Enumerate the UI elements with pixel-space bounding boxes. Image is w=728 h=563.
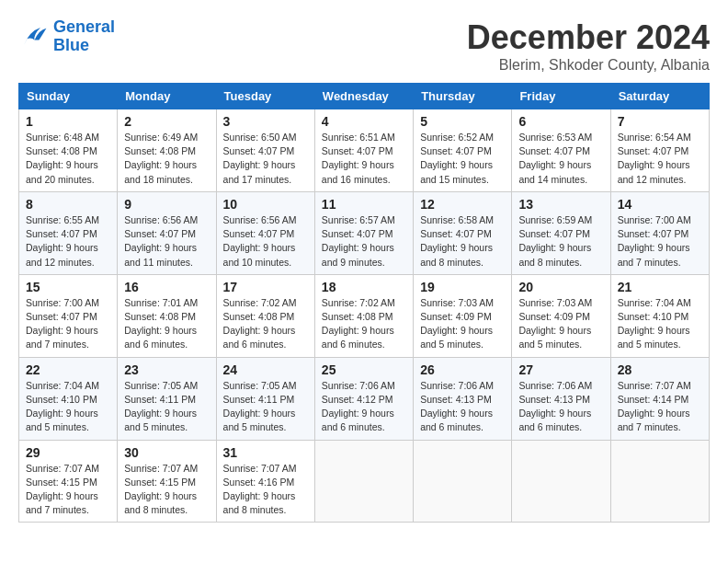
day-info: Sunrise: 7:04 AM Sunset: 4:10 PM Dayligh… — [618, 296, 702, 352]
calendar-cell: 4Sunrise: 6:51 AM Sunset: 4:07 PM Daylig… — [314, 109, 413, 192]
weekday-header-friday: Friday — [512, 84, 610, 109]
calendar-cell: 17Sunrise: 7:02 AM Sunset: 4:08 PM Dayli… — [216, 274, 314, 357]
day-info: Sunrise: 6:55 AM Sunset: 4:07 PM Dayligh… — [26, 213, 110, 270]
day-number: 2 — [124, 114, 209, 129]
day-info: Sunrise: 6:48 AM Sunset: 4:08 PM Dayligh… — [26, 131, 110, 187]
calendar-cell: 30Sunrise: 7:07 AM Sunset: 4:15 PM Dayli… — [118, 440, 216, 523]
calendar-cell: 29Sunrise: 7:07 AM Sunset: 4:15 PM Dayli… — [19, 440, 118, 523]
day-number: 9 — [124, 197, 209, 212]
day-number: 6 — [518, 114, 603, 129]
logo-line2: Blue — [53, 36, 89, 54]
calendar-cell: 31Sunrise: 7:07 AM Sunset: 4:16 PM Dayli… — [216, 440, 314, 523]
weekday-header-thursday: Thursday — [414, 84, 512, 109]
weekday-header-saturday: Saturday — [610, 84, 709, 109]
day-info: Sunrise: 7:02 AM Sunset: 4:08 PM Dayligh… — [223, 296, 308, 352]
calendar-cell: 6Sunrise: 6:53 AM Sunset: 4:07 PM Daylig… — [512, 109, 610, 192]
calendar-cell: 27Sunrise: 7:06 AM Sunset: 4:13 PM Dayli… — [512, 357, 610, 440]
day-info: Sunrise: 7:06 AM Sunset: 4:13 PM Dayligh… — [518, 379, 603, 435]
calendar-cell: 22Sunrise: 7:04 AM Sunset: 4:10 PM Dayli… — [19, 357, 118, 440]
calendar-cell: 7Sunrise: 6:54 AM Sunset: 4:07 PM Daylig… — [610, 109, 709, 192]
day-info: Sunrise: 7:02 AM Sunset: 4:08 PM Dayligh… — [322, 296, 406, 352]
day-info: Sunrise: 6:56 AM Sunset: 4:07 PM Dayligh… — [223, 213, 308, 270]
day-number: 15 — [26, 280, 110, 294]
calendar-cell: 10Sunrise: 6:56 AM Sunset: 4:07 PM Dayli… — [216, 191, 314, 274]
day-info: Sunrise: 7:05 AM Sunset: 4:11 PM Dayligh… — [124, 379, 209, 435]
calendar-cell: 12Sunrise: 6:58 AM Sunset: 4:07 PM Dayli… — [414, 191, 512, 274]
day-number: 19 — [420, 280, 505, 294]
calendar-cell: 20Sunrise: 7:03 AM Sunset: 4:09 PM Dayli… — [512, 274, 610, 357]
day-number: 1 — [26, 114, 110, 129]
day-info: Sunrise: 6:54 AM Sunset: 4:07 PM Dayligh… — [618, 131, 702, 187]
day-info: Sunrise: 7:00 AM Sunset: 4:07 PM Dayligh… — [618, 213, 702, 270]
day-info: Sunrise: 6:53 AM Sunset: 4:07 PM Dayligh… — [518, 131, 603, 187]
calendar-cell: 28Sunrise: 7:07 AM Sunset: 4:14 PM Dayli… — [610, 357, 709, 440]
day-number: 29 — [26, 445, 110, 460]
day-number: 13 — [518, 197, 603, 212]
calendar-cell: 19Sunrise: 7:03 AM Sunset: 4:09 PM Dayli… — [414, 274, 512, 357]
day-info: Sunrise: 7:06 AM Sunset: 4:13 PM Dayligh… — [420, 379, 505, 435]
calendar-cell: 2Sunrise: 6:49 AM Sunset: 4:08 PM Daylig… — [118, 109, 216, 192]
calendar-cell: 3Sunrise: 6:50 AM Sunset: 4:07 PM Daylig… — [216, 109, 314, 192]
calendar-week-row: 22Sunrise: 7:04 AM Sunset: 4:10 PM Dayli… — [19, 357, 710, 440]
day-info: Sunrise: 7:06 AM Sunset: 4:12 PM Dayligh… — [322, 379, 406, 435]
day-info: Sunrise: 7:03 AM Sunset: 4:09 PM Dayligh… — [420, 296, 505, 352]
calendar-cell: 26Sunrise: 7:06 AM Sunset: 4:13 PM Dayli… — [414, 357, 512, 440]
day-info: Sunrise: 7:01 AM Sunset: 4:08 PM Dayligh… — [124, 296, 209, 352]
day-info: Sunrise: 6:50 AM Sunset: 4:07 PM Dayligh… — [223, 131, 308, 187]
day-number: 3 — [223, 114, 308, 129]
title-block: December 2024 Blerim, Shkoder County, Al… — [467, 18, 710, 74]
weekday-header-wednesday: Wednesday — [314, 84, 413, 109]
calendar-cell — [610, 440, 709, 523]
calendar-cell: 1Sunrise: 6:48 AM Sunset: 4:08 PM Daylig… — [19, 109, 118, 192]
location-subtitle: Blerim, Shkoder County, Albania — [467, 57, 710, 74]
day-info: Sunrise: 7:07 AM Sunset: 4:15 PM Dayligh… — [124, 462, 209, 518]
logo-icon — [18, 24, 48, 50]
calendar-cell: 23Sunrise: 7:05 AM Sunset: 4:11 PM Dayli… — [118, 357, 216, 440]
calendar-cell: 24Sunrise: 7:05 AM Sunset: 4:11 PM Dayli… — [216, 357, 314, 440]
day-number: 11 — [322, 197, 406, 212]
calendar-cell: 16Sunrise: 7:01 AM Sunset: 4:08 PM Dayli… — [118, 274, 216, 357]
day-number: 23 — [124, 362, 209, 377]
day-info: Sunrise: 7:07 AM Sunset: 4:15 PM Dayligh… — [26, 462, 110, 518]
day-number: 27 — [518, 362, 603, 377]
calendar-cell: 25Sunrise: 7:06 AM Sunset: 4:12 PM Dayli… — [314, 357, 413, 440]
logo: General Blue — [18, 18, 115, 55]
calendar-week-row: 15Sunrise: 7:00 AM Sunset: 4:07 PM Dayli… — [19, 274, 710, 357]
calendar-cell: 8Sunrise: 6:55 AM Sunset: 4:07 PM Daylig… — [19, 191, 118, 274]
calendar-cell — [512, 440, 610, 523]
day-number: 28 — [618, 362, 702, 377]
calendar-cell: 15Sunrise: 7:00 AM Sunset: 4:07 PM Dayli… — [19, 274, 118, 357]
day-number: 8 — [26, 197, 110, 212]
day-number: 18 — [322, 280, 406, 294]
calendar-cell — [414, 440, 512, 523]
day-info: Sunrise: 6:58 AM Sunset: 4:07 PM Dayligh… — [420, 213, 505, 270]
day-info: Sunrise: 7:03 AM Sunset: 4:09 PM Dayligh… — [518, 296, 603, 352]
day-info: Sunrise: 7:05 AM Sunset: 4:11 PM Dayligh… — [223, 379, 308, 435]
day-info: Sunrise: 7:00 AM Sunset: 4:07 PM Dayligh… — [26, 296, 110, 352]
day-number: 30 — [124, 445, 209, 460]
day-info: Sunrise: 6:51 AM Sunset: 4:07 PM Dayligh… — [322, 131, 406, 187]
month-title: December 2024 — [467, 18, 710, 57]
calendar-week-row: 8Sunrise: 6:55 AM Sunset: 4:07 PM Daylig… — [19, 191, 710, 274]
calendar-cell: 11Sunrise: 6:57 AM Sunset: 4:07 PM Dayli… — [314, 191, 413, 274]
day-number: 31 — [223, 445, 308, 460]
day-number: 17 — [223, 280, 308, 294]
day-info: Sunrise: 6:59 AM Sunset: 4:07 PM Dayligh… — [518, 213, 603, 270]
logo-text: General Blue — [53, 18, 115, 55]
weekday-header-row: SundayMondayTuesdayWednesdayThursdayFrid… — [19, 84, 710, 109]
day-info: Sunrise: 6:57 AM Sunset: 4:07 PM Dayligh… — [322, 213, 406, 270]
calendar-cell: 5Sunrise: 6:52 AM Sunset: 4:07 PM Daylig… — [414, 109, 512, 192]
weekday-header-sunday: Sunday — [19, 84, 118, 109]
logo-line1: General — [53, 17, 115, 36]
day-info: Sunrise: 7:07 AM Sunset: 4:16 PM Dayligh… — [223, 462, 308, 518]
day-number: 7 — [618, 114, 702, 129]
day-info: Sunrise: 6:49 AM Sunset: 4:08 PM Dayligh… — [124, 131, 209, 187]
day-number: 4 — [322, 114, 406, 129]
page-header: General Blue December 2024 Blerim, Shkod… — [18, 18, 710, 74]
day-number: 20 — [518, 280, 603, 294]
day-number: 21 — [618, 280, 702, 294]
day-number: 14 — [618, 197, 702, 212]
weekday-header-monday: Monday — [118, 84, 216, 109]
day-number: 16 — [124, 280, 209, 294]
day-info: Sunrise: 6:52 AM Sunset: 4:07 PM Dayligh… — [420, 131, 505, 187]
